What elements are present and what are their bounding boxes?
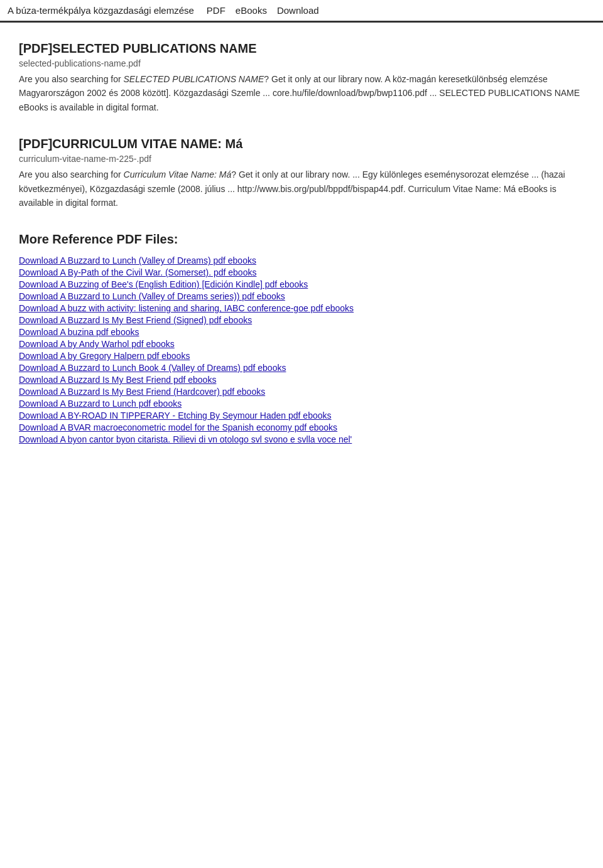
header-title: A búza-termékpálya közgazdasági elemzése (8, 5, 194, 16)
ref-link-item[interactable]: Download A Buzzard Is My Best Friend (Si… (19, 315, 584, 325)
nav-pdf[interactable]: PDF (207, 5, 225, 16)
ref-link-item[interactable]: Download A buzina pdf ebooks (19, 327, 584, 337)
ref-link-item[interactable]: Download A buzz with activity: listening… (19, 303, 584, 313)
page-header: A búza-termékpálya közgazdasági elemzése… (0, 0, 603, 22)
ref-link-item[interactable]: Download A BY-ROAD IN TIPPERARY - Etchin… (19, 410, 584, 421)
section2-subtitle: curriculum-vitae-name-m-225-.pdf (19, 154, 584, 164)
ref-link-item[interactable]: Download A by Andy Warhol pdf ebooks (19, 339, 584, 349)
header-nav: PDF eBooks Download (207, 5, 319, 16)
ref-links-list: Download A Buzzard to Lunch (Valley of D… (19, 255, 584, 444)
ref-link-item[interactable]: Download A BVAR macroeconometric model f… (19, 422, 584, 432)
section1-title: [PDF]SELECTED PUBLICATIONS NAME (19, 41, 584, 56)
ref-link-item[interactable]: Download A Buzzard Is My Best Friend (Ha… (19, 387, 584, 397)
ref-link-item[interactable]: Download A Buzzard Is My Best Friend pdf… (19, 375, 584, 385)
ref-link-item[interactable]: Download A Buzzard to Lunch (Valley of D… (19, 255, 584, 265)
ref-link-item[interactable]: Download A by Gregory Halpern pdf ebooks (19, 351, 584, 361)
section2-body: Are you also searching for Curriculum Vi… (19, 168, 584, 210)
section1-subtitle: selected-publications-name.pdf (19, 58, 584, 68)
ref-link-item[interactable]: Download A By-Path of the Civil War. (So… (19, 267, 584, 277)
section-selected-publications: [PDF]SELECTED PUBLICATIONS NAME selected… (19, 41, 584, 114)
more-reference-section: More Reference PDF Files: Download A Buz… (19, 232, 584, 444)
ref-link-item[interactable]: Download A Buzzard to Lunch (Valley of D… (19, 291, 584, 301)
more-reference-heading: More Reference PDF Files: (19, 232, 584, 247)
nav-ebooks[interactable]: eBooks (236, 5, 267, 16)
page-wrapper: A búza-termékpálya közgazdasági elemzése… (0, 0, 603, 480)
main-content: [PDF]SELECTED PUBLICATIONS NAME selected… (0, 23, 603, 480)
nav-download[interactable]: Download (277, 5, 319, 16)
ref-link-item[interactable]: Download A Buzzard to Lunch Book 4 (Vall… (19, 363, 584, 373)
ref-link-item[interactable]: Download A byon cantor byon citarista. R… (19, 434, 584, 444)
section1-body: Are you also searching for SELECTED PUBL… (19, 72, 584, 114)
section1-italic: SELECTED PUBLICATIONS NAME (124, 74, 264, 84)
section-curriculum-vitae: [PDF]CURRICULUM VITAE NAME: Má curriculu… (19, 137, 584, 210)
section2-title: [PDF]CURRICULUM VITAE NAME: Má (19, 137, 584, 151)
ref-link-item[interactable]: Download A Buzzard to Lunch pdf ebooks (19, 399, 584, 409)
ref-link-item[interactable]: Download A Buzzing of Bee's (English Edi… (19, 279, 584, 289)
section2-italic: Curriculum Vitae Name: Má (124, 169, 232, 179)
